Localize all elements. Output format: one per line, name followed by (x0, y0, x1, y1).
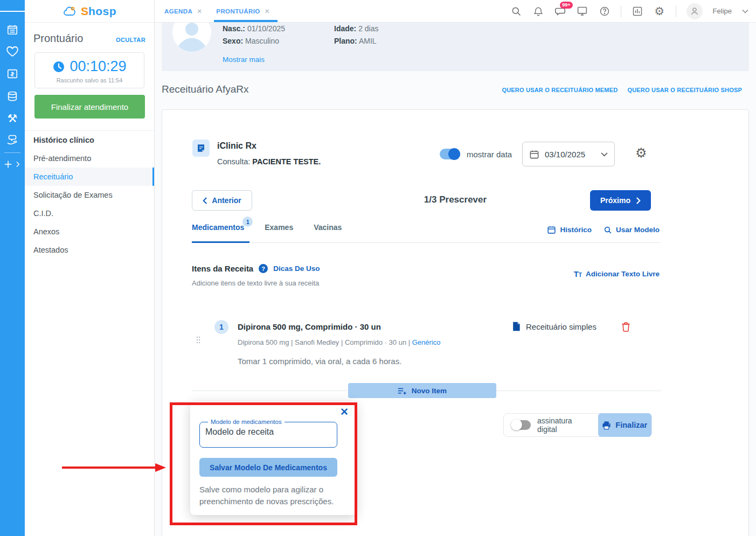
active-tab-underline (192, 241, 249, 243)
add-free-text-button[interactable]: TT Adicionar Texto Livre (574, 269, 660, 279)
signature-finalize-box: assinatura digital Finalizar (503, 413, 652, 437)
tab-prontuario[interactable]: PRONTUÁRIO ✕ (216, 0, 269, 22)
template-hint-text: Salve como modelo para agilizar o preenc… (199, 484, 341, 507)
help-icon[interactable] (599, 5, 611, 17)
add-plus-icon[interactable] (0, 156, 25, 172)
hide-panel-button[interactable]: OCULTAR (116, 37, 145, 43)
close-icon[interactable]: ✕ (340, 406, 349, 418)
patient-sex: Sexo: Masculino (223, 37, 279, 45)
save-template-button[interactable]: Salvar Modelo De Medicamentos (199, 458, 337, 477)
divider (192, 391, 348, 391)
usage-tips-link[interactable]: Dicas De Uso (273, 264, 320, 273)
record-menu: Histórico clínico Pré-atendimento Receit… (25, 130, 154, 259)
search-icon (604, 226, 612, 234)
chevron-down-icon[interactable] (742, 9, 748, 13)
tab-vacinas[interactable]: Vacinas (314, 223, 342, 238)
left-panel: Shosp Prontuário OCULTAR 00:10:29 Rascun… (25, 0, 155, 536)
sidebar-item-cid[interactable]: C.I.D. (25, 204, 154, 222)
document-icon (511, 321, 521, 332)
divider (621, 5, 621, 17)
tools-icon[interactable]: ⚒ (0, 110, 25, 127)
divider (676, 5, 676, 17)
items-subtitle: Adicione itens de texto livre à sua rece… (192, 279, 319, 287)
digital-signature-label: assinatura digital (537, 416, 592, 434)
sidebar-item-anexos[interactable]: Anexos (25, 222, 154, 241)
tab-exames[interactable]: Exames (265, 223, 293, 238)
timer-value: 00:10:29 (70, 58, 126, 75)
finish-attendance-button[interactable]: Finalizar atendimento (34, 95, 145, 119)
brand-logo[interactable]: Shosp (25, 0, 154, 23)
section-title: Receituário AfyaRx (162, 83, 249, 95)
date-picker[interactable]: 03/10/2025 (522, 142, 615, 166)
chevron-down-icon (601, 152, 608, 157)
patient-age: Idade: 2 dias (334, 24, 378, 33)
reports-chart-icon[interactable] (632, 5, 643, 17)
sidebar-item-pre-atendimento[interactable]: Pré-atendimento (25, 149, 154, 168)
app-root: ⚒ Shosp Prontuário OCULTAR 00:10:29 Rasc… (0, 0, 756, 536)
show-date-toggle[interactable] (440, 149, 460, 159)
calendar-icon[interactable] (0, 22, 25, 38)
date-value: 03/10/2025 (545, 150, 595, 159)
tab-prontuario-label: PRONTUÁRIO (216, 8, 260, 15)
chevron-right-icon (636, 197, 641, 204)
rx-settings-gear-icon[interactable]: ⚙ (635, 145, 647, 161)
use-shosp-link[interactable]: QUERO USAR O RECEITUÁRIO SHOSP (627, 87, 742, 93)
user-name[interactable]: Felipe (713, 7, 732, 15)
template-name-input[interactable] (205, 427, 331, 437)
sidebar-item-receituario[interactable]: Receituário (25, 168, 154, 186)
template-name-label: Modelo de medicamentos (208, 419, 285, 425)
cashier-icon[interactable] (0, 66, 25, 82)
item-index-badge: 1 (214, 320, 228, 334)
hand-chat-icon[interactable] (0, 131, 25, 148)
tab-agenda[interactable]: AGENDA ✕ (164, 0, 202, 22)
close-icon[interactable]: ✕ (265, 8, 270, 15)
drag-handle[interactable] (196, 336, 200, 344)
user-avatar[interactable] (686, 3, 703, 19)
icon-rail: ⚒ (0, 0, 25, 536)
patient-banner: Nasc.: 01/10/2025 Idade: 2 dias Sexo: Ma… (162, 23, 749, 71)
generic-link[interactable]: Genérico (412, 338, 441, 346)
show-date-label: mostrar data (467, 150, 512, 159)
search-icon[interactable] (510, 5, 522, 17)
medication-title: Dipirona 500 mg, Comprimido · 30 un (238, 322, 381, 331)
items-title: Itens da Receita (192, 264, 253, 273)
notifications-bell-icon[interactable] (532, 5, 544, 17)
logo-text-s: S (81, 5, 88, 17)
new-item-button[interactable]: Novo Item (348, 383, 496, 398)
use-memed-link[interactable]: QUERO USAR O RECEITUÁRIO MEMED (502, 87, 618, 93)
settings-gear-icon[interactable]: ⚙ (654, 5, 665, 17)
medication-details: Dipirona 500 mg | Sanofi Medley | Compri… (238, 338, 440, 346)
draft-saved-note: Rascunho salvo as 11:54 (35, 77, 144, 83)
tab-medicamentos[interactable]: Medicamentos 1 (192, 223, 244, 238)
close-icon[interactable]: ✕ (197, 8, 202, 15)
finalize-button[interactable]: Finalizar (598, 413, 651, 437)
text-icon: TT (574, 269, 582, 279)
database-icon[interactable] (0, 88, 25, 105)
patient-plan: Plano: AMIL (334, 37, 377, 45)
sidebar-item-atestados[interactable]: Atestados (25, 241, 154, 259)
use-template-button[interactable]: Usar Modelo (604, 226, 660, 234)
chat-icon[interactable]: 99+ (554, 5, 566, 17)
divider (496, 391, 661, 391)
monitor-icon[interactable] (577, 5, 588, 17)
shosp-cloud-icon (63, 5, 78, 18)
printer-icon (602, 421, 611, 430)
show-more-link[interactable]: Mostrar mais (223, 55, 265, 64)
rx-consult-line: Consulta: PACIENTE TESTE. (217, 157, 321, 166)
notification-count-badge: 99+ (560, 2, 572, 9)
hamburger-menu-icon[interactable] (0, 3, 25, 19)
delete-item-trash-icon[interactable] (621, 322, 630, 332)
panel-title: Prontuário (33, 32, 83, 45)
medicamentos-count-badge: 1 (242, 217, 253, 227)
help-question-icon[interactable]: ? (259, 264, 268, 273)
digital-signature-toggle[interactable] (511, 420, 531, 430)
playlist-add-icon (398, 387, 407, 395)
clock-icon (52, 60, 65, 73)
sidebar-item-solicitacao-exames[interactable]: Solicitação de Exames (25, 186, 154, 204)
next-step-button[interactable]: Próximo (590, 190, 651, 211)
recipe-type-button[interactable]: Receituário simples (511, 321, 597, 332)
history-button[interactable]: Histórico (547, 225, 592, 234)
rx-app-name: iClinic Rx (217, 141, 256, 151)
heart-icon[interactable] (0, 43, 25, 59)
sidebar-item-historico-clinico[interactable]: Histórico clínico (25, 131, 154, 149)
